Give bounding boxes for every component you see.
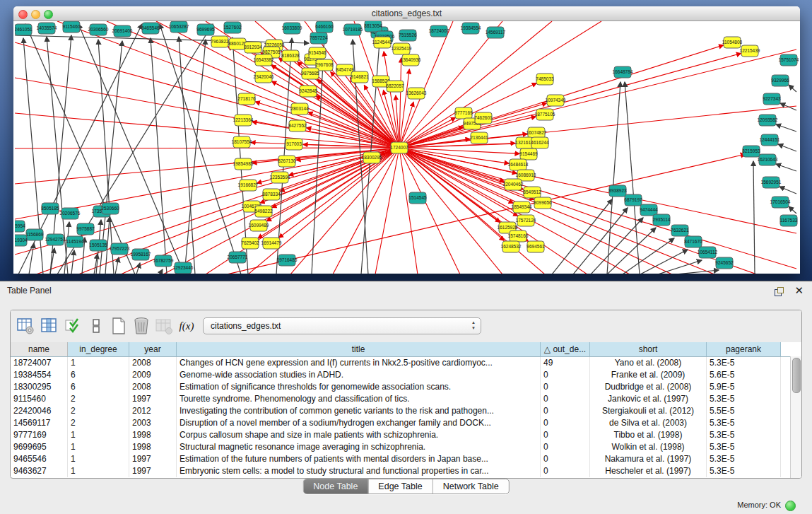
graph-node[interactable]: 9699695 [196, 24, 215, 35]
citation-network-graph[interactable]: 1724007183002952461051140355749115460203… [15, 21, 799, 274]
graph-edge[interactable] [789, 85, 796, 92]
graph-edge[interactable] [399, 148, 534, 199]
column-header-pagerank[interactable]: pagerank [707, 342, 781, 356]
table-cell[interactable]: Changes of HCN gene expression and I(f) … [177, 357, 541, 369]
graph-node[interactable]: 15692951 [761, 177, 782, 188]
table-cell[interactable]: 9465546 [11, 453, 68, 465]
graph-node[interactable]: 10974349 [546, 95, 566, 106]
table-cell[interactable]: Corpus callosum shape and size in male p… [177, 429, 541, 441]
graph-node[interactable]: 15751074 [779, 54, 799, 66]
table-cell[interactable]: 0 [541, 405, 590, 417]
graph-edge[interactable] [776, 124, 796, 132]
table-cell[interactable]: Estimation of significance thresholds fo… [177, 381, 541, 393]
graph-node[interactable]: 8427552 [288, 120, 307, 132]
graph-node[interactable]: 8549512 [523, 187, 541, 198]
table-scrollbar[interactable] [790, 356, 801, 478]
graph-node[interactable]: 16099489 [249, 220, 269, 231]
graph-node[interactable]: 1527602 [223, 22, 242, 33]
column-header-in-degree[interactable]: in_degree [68, 342, 129, 356]
column-header-short[interactable]: short [590, 342, 707, 356]
graph-edge[interactable] [15, 113, 399, 148]
table-cell[interactable]: Disruption of a novel member of a sodium… [177, 417, 541, 429]
graph-node[interactable]: 8215953 [742, 146, 760, 157]
table-cell[interactable]: 0 [541, 381, 590, 393]
graph-node[interactable]: 2136441 [470, 132, 488, 144]
column-header-year[interactable]: year [129, 342, 177, 356]
tab-network-table[interactable]: Network Table [433, 479, 509, 493]
table-cell[interactable]: 5.3E-5 [707, 357, 781, 369]
graph-node[interactable]: 12444151 [760, 134, 780, 146]
table-cell[interactable]: 1 [68, 441, 129, 453]
graph-node[interactable]: 9146821 [351, 71, 369, 83]
graph-node[interactable]: 9975887 [76, 223, 95, 235]
graph-edge[interactable] [375, 148, 399, 274]
graph-node[interactable]: 9875685 [301, 68, 319, 79]
graph-edge[interactable] [179, 37, 195, 274]
graph-edge[interactable] [789, 206, 796, 214]
table-row[interactable]: 1872400712008Changes of HCN gene express… [11, 357, 801, 369]
new-document-icon[interactable] [110, 317, 128, 335]
graph-edge[interactable] [607, 228, 656, 274]
graph-node[interactable]: 16033809 [282, 23, 302, 34]
graph-node[interactable]: 20691406 [112, 25, 133, 37]
graph-node[interactable]: 1145194 [66, 236, 84, 247]
table-cell[interactable]: Tibbo et al. (1998) [590, 429, 707, 441]
graph-node[interactable]: 9329966 [771, 75, 789, 86]
graph-edge[interactable] [399, 148, 714, 274]
graph-node[interactable]: 3915954 [15, 221, 25, 232]
table-cell[interactable]: 5.3E-5 [707, 393, 781, 405]
column-visibility-icon[interactable] [40, 317, 59, 335]
graph-node[interactable]: 4616244 [531, 137, 549, 148]
table-cell[interactable]: 2 [68, 417, 129, 429]
table-row[interactable]: 946554611997Estimation of the future num… [11, 453, 801, 465]
graph-edge[interactable] [779, 187, 796, 194]
graph-node[interactable]: 16210643 [758, 154, 778, 165]
graph-node[interactable]: 19854985 [233, 158, 254, 170]
float-panel-icon[interactable] [775, 287, 784, 296]
graph-node[interactable]: 17016504 [770, 197, 791, 208]
table-row[interactable]: 1830029562008Estimation of significance … [11, 381, 801, 393]
table-row[interactable]: 911546021997Tourette syndrome. Phenomeno… [11, 393, 801, 405]
table-cell[interactable]: 6 [68, 381, 129, 393]
graph-node[interactable]: 8099656 [534, 197, 552, 209]
graph-node[interactable]: 8186328 [281, 50, 300, 62]
graph-node[interactable]: 19166827 [238, 180, 259, 191]
graph-edge[interactable] [640, 250, 688, 274]
tab-edge-table[interactable]: Edge Table [368, 479, 433, 493]
graph-node[interactable]: 1156869 [26, 229, 44, 240]
column-header-name[interactable]: name [11, 342, 68, 356]
graph-node[interactable]: 10653287 [169, 21, 189, 33]
graph-node[interactable]: 19716485 [277, 255, 298, 266]
graph-node[interactable]: 23420046 [254, 71, 274, 83]
graph-node[interactable]: 20306560 [88, 24, 109, 35]
table-cell[interactable]: 6 [68, 369, 129, 381]
table-cell[interactable]: 9115460 [11, 393, 68, 405]
table-cell[interactable]: 2003 [129, 417, 177, 429]
delete-table-icon[interactable] [132, 317, 151, 335]
table-cell[interactable]: 9699695 [11, 441, 68, 453]
graph-node[interactable]: 11245443 [372, 37, 393, 48]
graph-node[interactable]: 5498222 [254, 206, 273, 217]
graph-edge[interactable] [78, 24, 184, 274]
table-cell[interactable]: Tourette syndrome. Phenomenology and cla… [177, 393, 541, 405]
table-cell[interactable]: Stergiakouli et al. (2012) [590, 405, 707, 417]
graph-node[interactable]: 917003 [286, 139, 302, 150]
graph-node[interactable]: 17572124 [516, 215, 536, 226]
graph-node[interactable]: 9115460 [63, 21, 81, 33]
graph-node[interactable]: 7485033 [536, 74, 554, 85]
table-cell[interactable]: Hescheler et al. (1997) [590, 465, 707, 477]
graph-edge[interactable] [399, 21, 601, 148]
table-cell[interactable]: 1998 [129, 429, 177, 441]
graph-node[interactable]: 1724007 [390, 142, 408, 153]
graph-node[interactable]: 8471670 [684, 236, 702, 247]
rows-icon[interactable] [87, 317, 105, 335]
table-cell[interactable]: 19384554 [11, 369, 68, 381]
graph-node[interactable]: 9154469 [519, 148, 538, 160]
graph-node[interactable]: 1167533 [780, 215, 798, 226]
graph-node[interactable]: 9242848 [299, 86, 317, 97]
graph-node[interactable]: 16484618 [508, 159, 529, 170]
table-cell[interactable]: 2008 [129, 381, 177, 393]
graph-node[interactable]: 10719185 [343, 24, 363, 35]
graph-node[interactable]: 7857224 [310, 33, 328, 44]
graph-node[interactable]: 18300295 [362, 152, 382, 163]
